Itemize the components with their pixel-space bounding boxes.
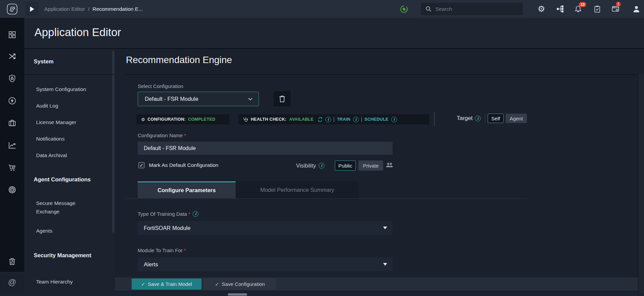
chevron-down-icon [248,98,252,100]
notification-count-badge: 13 [579,2,586,7]
nav-scrollbar[interactable] [112,51,114,233]
nav-item-team-hierarchy[interactable]: Team Hierarchy [36,277,104,286]
configuration-status-value: COMPLETED [188,117,215,122]
page-header: Application Editor [24,18,644,49]
help-wheel-icon[interactable] [8,185,17,194]
fortisoar-logo-icon[interactable] [7,3,18,15]
tasks-clipboard-icon[interactable] [591,0,603,18]
nav-item-audit-log[interactable]: Audit Log [36,101,104,110]
sitemap-icon[interactable] [554,0,566,18]
notifications-bell-icon[interactable]: 13 [572,0,584,18]
divider [126,74,638,75]
horizontal-scrollbar-thumb[interactable] [228,293,247,296]
team-ownership-icon[interactable] [386,162,393,169]
gear-icon: ⚙ [141,117,145,122]
top-bar: Application Editor / Recommendation E...… [0,0,644,18]
nav-item-agents[interactable]: Agents [36,227,104,235]
page-title: Application Editor [34,26,121,39]
tab-model-performance-summary[interactable]: Model Performance Summary [236,181,359,198]
visibility-label: Visibility i [296,162,324,169]
nav-section-security-management[interactable]: Security Management [34,252,91,259]
stethoscope-icon [243,117,248,122]
nav-section-agent-configurations[interactable]: Agent Configurations [34,176,91,183]
content-hub-cart-icon[interactable] [8,163,17,172]
health-check-label: HEALTH CHECK: [251,117,287,122]
settings-gear-icon[interactable]: ⚙ [536,0,547,18]
tab-configure-parameters[interactable]: Configure Parameters [138,181,236,198]
select-configuration-dropdown[interactable]: Default - FSR Module [138,92,259,106]
divider [434,112,435,126]
nav-section-system[interactable]: System [34,58,54,65]
visibility-public-button[interactable]: Public [335,160,356,171]
mark-default-label: Mark As Default Configuration [149,162,218,168]
select-configuration-value: Default - FSR Module [145,96,198,102]
module-label: Module To Train For [138,247,186,253]
dashboard-icon[interactable] [8,30,17,39]
save-configuration-button[interactable]: Save Configuration [204,278,276,290]
select-configuration-label: Select Configuration [138,83,183,89]
briefcase-icon[interactable] [8,119,17,127]
divider [485,114,485,123]
breadcrumb-parent[interactable]: Application Editor [44,6,85,12]
schedule-link[interactable]: SCHEDULE [365,117,388,122]
play-icon [30,6,34,12]
app-manager-icon[interactable]: ! [610,0,621,18]
configuration-name-input[interactable] [138,142,393,155]
save-and-train-label: Save & Train Model [148,281,192,287]
search-icon [425,6,432,12]
rail-bottom-section: @ [0,272,24,293]
footer-action-bar: Save & Train Model Save Configuration [115,277,638,291]
health-check-value: AVAILABLE [289,117,314,122]
target-label-text: Target [457,115,473,122]
target-label: Target i [457,115,481,122]
automation-bolt-icon[interactable] [8,96,17,105]
training-data-info-icon[interactable]: i [193,211,198,217]
visibility-private-button[interactable]: Private [358,160,383,171]
schedule-info-icon[interactable]: i [391,117,397,122]
module-dropdown[interactable]: Alerts [138,258,393,271]
target-self-button[interactable]: Self [488,114,504,123]
configuration-status-label: CONFIGURATION: [147,117,186,122]
icon-rail: @ [0,18,24,293]
connection-status-icon[interactable] [398,0,410,18]
nav-item-system-configuration[interactable]: System Configuration [36,85,104,93]
recycle-bin-icon[interactable] [8,257,17,266]
nav-item-notifications[interactable]: Notifications [36,135,104,143]
user-avatar-icon[interactable] [630,0,642,18]
expand-nav-button[interactable] [25,2,39,16]
reports-chart-icon[interactable] [8,141,17,150]
separator-yellow [361,117,362,122]
app-alert-badge: ! [616,2,621,7]
training-data-label-text: Type Of Training Data [138,211,190,217]
delete-configuration-button[interactable] [274,91,291,107]
training-data-dropdown[interactable]: FortiSOAR Module [138,221,393,235]
horizontal-scrollbar[interactable] [0,293,644,296]
visibility-info-icon[interactable]: i [319,163,324,169]
train-info-icon[interactable]: i [353,117,359,122]
configuration-status-badge: ⚙ CONFIGURATION: COMPLETED [136,114,230,124]
train-link[interactable]: TRAIN [337,117,350,122]
refresh-icon[interactable] [318,117,323,122]
caret-down-icon [383,263,387,266]
nav-item-license-manager[interactable]: License Manager [36,118,104,126]
global-search[interactable] [421,3,523,15]
mark-default-checkbox[interactable] [138,162,144,168]
shuffle-playbooks-icon[interactable] [8,52,17,61]
separator [334,117,334,122]
breadcrumb-current[interactable]: Recommendation E... [92,6,143,12]
configuration-name-label: Configuration Name [138,132,186,138]
save-and-train-button[interactable]: Save & Train Model [132,278,202,290]
mentions-at-icon[interactable]: @ [8,278,17,287]
target-info-icon[interactable]: i [475,116,481,121]
health-check-badge: HEALTH CHECK: AVAILABLE i TRAIN i SCHEDU… [238,114,429,124]
target-agent-button[interactable]: Agent [506,114,527,123]
breadcrumb: Application Editor / Recommendation E... [44,0,143,18]
nav-item-data-archival[interactable]: Data Archival [36,151,104,159]
caret-down-icon [383,227,387,229]
shield-lock-icon[interactable] [8,74,17,83]
nav-item-secure-message-exchange[interactable]: Secure Message Exchange [36,199,90,216]
save-configuration-label: Save Configuration [222,281,265,287]
health-check-info-icon[interactable]: i [325,117,331,122]
search-input[interactable] [435,6,513,12]
content-scrollbar-track[interactable] [638,74,644,293]
